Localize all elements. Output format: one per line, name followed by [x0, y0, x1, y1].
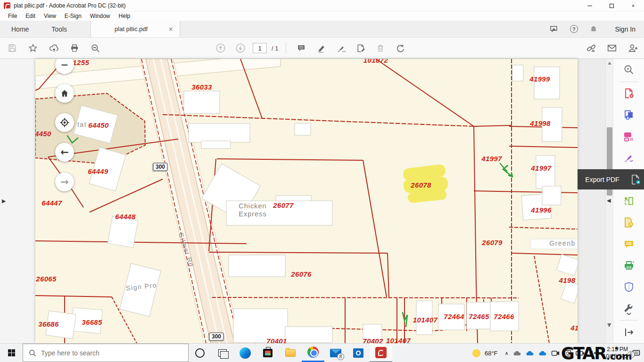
- map-label: 41996: [531, 206, 552, 214]
- send-for-comments-icon[interactable]: [613, 212, 644, 233]
- stamp-edit-icon[interactable]: [353, 41, 368, 56]
- scroll-up-arrow[interactable]: [608, 62, 611, 65]
- print-icon[interactable]: [67, 41, 82, 56]
- expand-nav-pane-icon[interactable]: ▶: [2, 198, 6, 204]
- map-label: 26076: [291, 270, 312, 278]
- meet-now-icon[interactable]: [551, 350, 560, 357]
- cortana-button[interactable]: [189, 344, 211, 362]
- menu-help[interactable]: Help: [115, 12, 135, 20]
- scan-ocr-icon[interactable]: [613, 255, 644, 276]
- share-link-icon[interactable]: [584, 41, 599, 56]
- crop-pages-icon[interactable]: [613, 190, 644, 212]
- store-taskbar-button[interactable]: [256, 344, 279, 362]
- maximize-button[interactable]: [601, 0, 622, 11]
- organize-pages-icon[interactable]: [613, 126, 644, 148]
- action-center-button[interactable]: 5: [632, 350, 640, 357]
- scroll-down-arrow[interactable]: ▼: [607, 322, 611, 328]
- onedrive-gray-cloud-icon[interactable]: [513, 350, 521, 356]
- comment-icon[interactable]: [294, 41, 309, 56]
- tray-overflow-chevron[interactable]: ∧: [505, 350, 509, 356]
- map-back-button[interactable]: ←: [55, 143, 74, 162]
- menu-view[interactable]: View: [40, 12, 60, 20]
- page-number-input[interactable]: [253, 43, 267, 53]
- sign-in-button[interactable]: Sign In: [607, 24, 640, 35]
- clock-date: 10/18/202: [603, 353, 628, 360]
- sync-tray-icon[interactable]: [564, 350, 571, 357]
- battery-charging-icon[interactable]: [576, 350, 585, 356]
- tools-panel: ◀: [613, 59, 644, 343]
- search-zoom-icon[interactable]: [88, 41, 103, 56]
- plat-map-drawing: [35, 59, 578, 343]
- export-pdf-tooltip-label: Export PDF: [578, 176, 627, 183]
- open-panel-icon[interactable]: [613, 321, 644, 343]
- weather-sun-icon[interactable]: [472, 349, 480, 357]
- rotate-refresh-icon[interactable]: [393, 41, 408, 56]
- map-home-button[interactable]: [55, 84, 74, 103]
- windows-logo-icon: [8, 349, 15, 356]
- collapse-panel-icon[interactable]: ◀: [607, 197, 611, 204]
- road-shield-300: 300: [153, 163, 168, 171]
- microsoft-store-icon: [263, 349, 272, 357]
- cloud-upload-icon[interactable]: [46, 41, 61, 56]
- mail-taskbar-button[interactable]: 8: [324, 344, 347, 362]
- map-label: 41999: [529, 75, 550, 83]
- taskbar-search-box[interactable]: [23, 344, 189, 362]
- start-button[interactable]: [0, 344, 23, 362]
- outlook-taskbar-button[interactable]: O: [347, 344, 370, 362]
- more-tools-icon[interactable]: [613, 298, 644, 320]
- task-view-button[interactable]: [211, 344, 234, 362]
- email-icon[interactable]: [604, 41, 619, 56]
- map-forward-button[interactable]: →: [55, 173, 74, 191]
- feedback-icon[interactable]: [548, 23, 560, 35]
- taskbar-search-icon: [29, 349, 36, 357]
- chrome-taskbar-button[interactable]: [302, 344, 324, 362]
- clock-time: 2:15 PM: [603, 346, 628, 353]
- map-label: 36686: [38, 320, 59, 328]
- volume-muted-icon[interactable]: [589, 350, 597, 356]
- file-explorer-button[interactable]: [279, 344, 302, 362]
- save-icon[interactable]: [5, 41, 20, 56]
- combine-files-icon[interactable]: [613, 104, 644, 126]
- add-person-icon[interactable]: [625, 41, 640, 56]
- pdf-page-plat-map[interactable]: 101255101072360334199941998tat6445064450…: [35, 59, 578, 343]
- star-favorite-icon[interactable]: [25, 41, 41, 56]
- taskbar-clock[interactable]: 2:15 PM 10/18/202: [603, 346, 628, 360]
- comment-tool-icon[interactable]: [613, 233, 644, 255]
- onedrive-blue-cloud-icon[interactable]: [526, 350, 534, 356]
- map-label: 36033: [191, 83, 212, 91]
- help-icon[interactable]: ?: [568, 23, 580, 35]
- map-label: 72466: [494, 313, 514, 321]
- map-label: Chicken Express: [231, 202, 274, 219]
- edge-taskbar-button[interactable]: [234, 344, 256, 362]
- notification-bell-icon[interactable]: [587, 23, 600, 35]
- search-tools-icon[interactable]: [613, 59, 644, 81]
- fill-and-sign-icon[interactable]: [613, 147, 644, 169]
- menu-esign[interactable]: E-Sign: [60, 12, 86, 20]
- map-label: 41: [570, 324, 578, 332]
- tab-document[interactable]: plat p8ic.pdf ×: [91, 21, 180, 37]
- taskbar-search-input[interactable]: [41, 349, 173, 357]
- delete-trash-icon[interactable]: [373, 41, 388, 56]
- map-locate-button[interactable]: [55, 113, 74, 132]
- next-page-icon[interactable]: [233, 41, 248, 56]
- menu-file[interactable]: File: [4, 12, 21, 20]
- highlighter-icon[interactable]: [314, 41, 329, 56]
- menu-edit[interactable]: Edit: [21, 12, 40, 20]
- chrome-icon: [307, 346, 319, 358]
- document-area: ▶: [0, 59, 644, 343]
- main-toolbar: / 1: [0, 38, 644, 59]
- minimize-button[interactable]: [579, 0, 601, 11]
- menu-window[interactable]: Window: [86, 12, 115, 20]
- protect-icon[interactable]: [613, 276, 644, 298]
- map-label: 101407: [413, 316, 438, 324]
- tab-tools[interactable]: Tools: [40, 21, 78, 37]
- tab-home[interactable]: Home: [0, 21, 40, 37]
- sign-pen-icon[interactable]: [333, 41, 348, 56]
- close-button[interactable]: ×: [622, 0, 644, 11]
- acrobat-taskbar-button[interactable]: [370, 344, 392, 362]
- create-pdf-icon[interactable]: [613, 83, 644, 105]
- previous-page-icon[interactable]: [213, 41, 228, 56]
- tab-close-icon[interactable]: ×: [168, 26, 173, 33]
- onedrive-blue-cloud-icon-2[interactable]: [538, 350, 547, 356]
- weather-temperature[interactable]: 68°F: [485, 350, 498, 357]
